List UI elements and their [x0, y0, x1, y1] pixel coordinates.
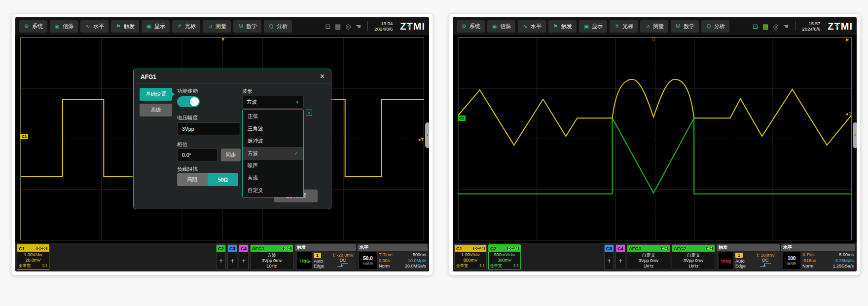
channel1-block[interactable]: C1DC1M 1.00V/div 800mV 全带宽1:1 [454, 244, 487, 270]
option-dc[interactable]: 直流✓ [243, 172, 303, 185]
menu-measure[interactable]: ⊿测量 [203, 20, 231, 33]
menu-analysis[interactable]: Q分析 [701, 20, 729, 33]
trigger-position-marker[interactable]: ▽ [651, 37, 655, 42]
add-channel-button[interactable]: + [605, 258, 614, 264]
add-channel-button[interactable]: + [616, 258, 625, 264]
tab-advanced[interactable]: 高级 [140, 104, 172, 116]
trigger-offscreen-arrow[interactable]: ▶ [846, 37, 849, 42]
channel2-block[interactable]: C2 + [216, 244, 226, 270]
rising-edge-icon [753, 263, 778, 268]
magnifier-icon: Q [268, 23, 274, 29]
screen-status-icon[interactable]: ⊡ [325, 23, 330, 30]
menu-label: 水平 [531, 23, 542, 30]
menu-label: 系统 [470, 23, 480, 30]
touch-status-icon[interactable]: ☚ [356, 23, 362, 30]
close-icon[interactable]: ✕ [320, 73, 325, 80]
menu-display[interactable]: ▣显示 [579, 20, 607, 33]
menu-system[interactable]: ⚙系统 [457, 20, 485, 33]
option-custom[interactable]: 自定义✓ [243, 185, 303, 197]
channel4-block[interactable]: C4 + [239, 244, 249, 270]
trigger-section[interactable]: 触发 Stop 1 Auto Edge T: 160mV DC [717, 244, 780, 270]
horizontal-section[interactable]: 水平 100 us/div X-Pos -518us Norm 5.00ms 6… [781, 244, 855, 270]
brand-logo: ZTMI [828, 21, 853, 32]
channel1-block[interactable]: C1DC50 1.00V/div 20.0mV 全带宽1:1 [17, 244, 49, 270]
screen-status-icon[interactable]: ⊡ [753, 23, 758, 30]
keyboard-hint-badge: A [306, 110, 312, 116]
h-field-value: -518us [802, 258, 821, 263]
tab-basic-settings[interactable]: 基础设置 [140, 88, 172, 101]
trigger-level-marker[interactable]: ◄T [417, 137, 424, 142]
usb-status-icon[interactable]: ▤ [335, 23, 341, 30]
menu-source[interactable]: ◉信源 [50, 20, 78, 33]
sync-button[interactable]: 同步 [221, 149, 241, 161]
menu-trigger[interactable]: ⚑触发 [548, 20, 577, 33]
trigger-source-badge: 1 [735, 253, 743, 258]
afg1-block[interactable]: AFG150Ω 方波 3Vpp 0mv 10Hz [250, 244, 293, 270]
load-50ohm-button[interactable]: 50Ω [208, 173, 238, 186]
channel-offset: 800mV [455, 258, 486, 263]
network-status-icon[interactable]: ◎ [773, 23, 778, 30]
afg2-block[interactable]: AFG2HiZ 自定义 3Vpp 0mv 1kHz [672, 244, 715, 270]
load-highz-button[interactable]: 高阻 [177, 173, 208, 186]
gear-icon: ⚙ [461, 23, 467, 30]
trigger-type: Edge [314, 264, 329, 268]
clock-date: 2024/8/6 [802, 26, 820, 32]
channel2-level-marker[interactable]: C2 [458, 115, 466, 121]
usb-status-icon[interactable]: ▤ [762, 23, 768, 30]
channel2-block[interactable]: C2DC1M 500mV/div 390mV 全带宽1:1 [488, 244, 521, 270]
side-panel-handle[interactable]: ‹ [853, 122, 857, 148]
trigger-mode-box: TRIG [297, 252, 312, 269]
function-enable-toggle[interactable] [177, 96, 200, 107]
option-sine[interactable]: 正弦✓ [243, 110, 303, 122]
trigger-level-marker[interactable]: ◄T [844, 112, 851, 116]
ruler-triangle-icon: ⊿ [207, 23, 213, 30]
menu-source[interactable]: ◉信源 [487, 20, 515, 33]
amplitude-input[interactable]: 3Vpp [177, 122, 240, 135]
channel1-level-marker[interactable]: C1 [20, 134, 28, 139]
menu-math[interactable]: M数学 [233, 20, 261, 33]
option-label: 直流 [248, 175, 258, 182]
menu-math[interactable]: M数学 [671, 20, 699, 33]
network-status-icon[interactable]: ◎ [345, 23, 351, 30]
option-noise[interactable]: 噪声✓ [243, 160, 303, 172]
waveform-display[interactable]: ▼ C1 ◄T ‹ AFG1 ✕ 基础设置 高级 功能使能 电压幅度 3Vpp … [15, 35, 429, 243]
option-square[interactable]: 方波✓ [243, 147, 303, 159]
add-channel-button[interactable]: + [228, 258, 237, 264]
add-channel-button[interactable]: + [217, 258, 225, 264]
h-record-length: 5.00ms [823, 252, 854, 257]
afg1-block[interactable]: AFG1HiZ 自定义 3Vpp 0mv 1kHz [627, 244, 670, 270]
menu-display[interactable]: ▣显示 [142, 20, 170, 33]
menu-measure[interactable]: ⊿测量 [640, 20, 668, 33]
probe-ratio: 1:1 [479, 263, 485, 268]
option-pulse[interactable]: 脉冲波✓ [243, 135, 303, 147]
menu-trigger[interactable]: ⚑触发 [111, 20, 139, 33]
channel1-trace [458, 79, 851, 145]
channel3-block[interactable]: C3 + [604, 244, 614, 270]
option-triangle[interactable]: 三角波✓ [243, 122, 303, 135]
timebase-unit: ms/div [362, 261, 373, 266]
waveform-display[interactable]: ▽ ▶ C2 ◄T ‹ [453, 35, 857, 243]
waveform-select[interactable]: 方波 ▼ [242, 96, 304, 109]
menu-horizontal[interactable]: ∿水平 [518, 20, 546, 33]
trigger-section[interactable]: 触发 TRIG 1 Auto Edge T: -20.0mV DC [295, 244, 356, 270]
menu-system[interactable]: ⚙系统 [19, 20, 47, 33]
chevron-down-icon: ▼ [295, 100, 299, 105]
h-acq-mode: Norm [379, 264, 398, 268]
channel3-block[interactable]: C3 + [227, 244, 237, 270]
add-channel-button[interactable]: + [239, 258, 248, 264]
menu-cursor[interactable]: #光标 [172, 20, 200, 33]
menu-label: 信源 [500, 23, 511, 30]
channel4-block[interactable]: C4 + [615, 244, 625, 270]
horizontal-header: 水平 [781, 244, 855, 251]
phase-input[interactable]: 0.0° [177, 149, 217, 161]
side-panel-handle[interactable]: ‹ [425, 122, 429, 148]
menu-label: 显示 [154, 23, 165, 30]
menu-cursor[interactable]: #光标 [610, 20, 638, 33]
math-icon: M [675, 23, 681, 29]
horizontal-section[interactable]: 水平 50.0 ms/div T-Time 0.00s Norm 500ms 1… [358, 244, 428, 270]
afg-frequency: 1kHz [627, 264, 670, 269]
trigger-position-marker[interactable]: ▼ [220, 37, 225, 42]
menu-horizontal[interactable]: ∿水平 [80, 20, 108, 33]
touch-status-icon[interactable]: ☚ [783, 23, 789, 30]
menu-analysis[interactable]: Q分析 [264, 20, 292, 33]
